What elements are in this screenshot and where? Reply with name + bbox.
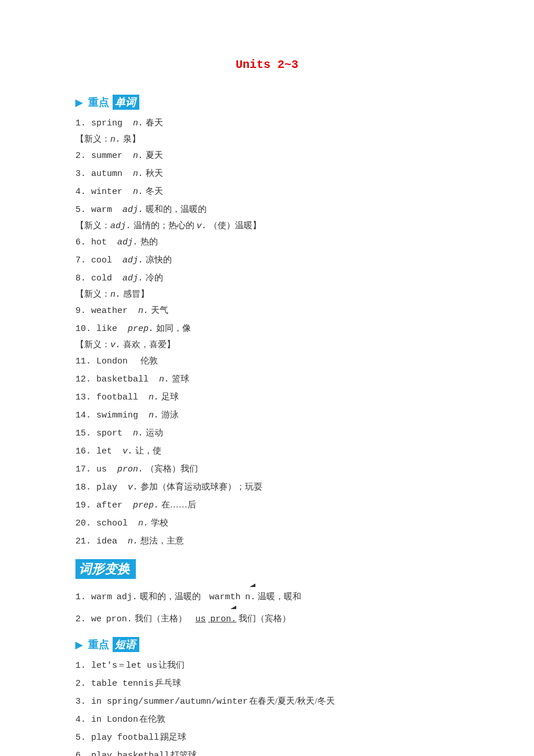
entry-word: football [96, 393, 138, 402]
phrase-entry: 6. play basketball打篮球 [75, 748, 459, 756]
entry-def: 凉快的 [143, 255, 172, 264]
entry-def: 热的 [138, 237, 158, 246]
vocab-entry: 14. swimmingn. 游泳 [75, 408, 459, 423]
entry-def: 冷的 [143, 273, 163, 282]
entry-def: 冬天 [143, 186, 163, 196]
phrase-zh: 在伦敦 [139, 714, 165, 723]
phrase-en: play basketball [91, 751, 169, 756]
phrase-entry: 5. play football踢足球 [75, 730, 459, 745]
entry-pos: n. [133, 187, 143, 197]
vocab-list: 1. springn. 春天【新义：n. 泉】2. summern. 夏天3. … [75, 116, 459, 549]
entry-number: 19. [75, 501, 96, 510]
wordforms-list: 1. warm adj. 暖和的，温暖的 warmth n. 温暖，暖和2. w… [75, 585, 459, 627]
entry-word: like [96, 324, 117, 334]
vocab-entry: 21. idean. 想法，主意 [75, 534, 459, 549]
vocab-entry: 4. wintern. 冬天 [75, 184, 459, 199]
arrow-icon: ▶ [75, 97, 82, 108]
phrase-entry: 4. in London在伦敦 [75, 712, 459, 727]
entry-def: 夏天 [143, 150, 163, 160]
vocab-entry: 16. letv. 让，使 [75, 444, 459, 459]
entry-number: 21. [75, 537, 96, 546]
phrase-en: table tennis [91, 679, 154, 689]
entry-number: 2. [75, 151, 91, 161]
entry-word: us [96, 465, 107, 474]
entry-pos: prep. [133, 501, 159, 510]
vocab-entry: 12. basketballn. 篮球 [75, 372, 459, 387]
heading-vocab-box: 单词 [113, 95, 139, 110]
entry-number: 10. [75, 324, 96, 334]
phrase-number: 6. [75, 751, 91, 756]
entry-word: play [96, 483, 117, 492]
entry-pos: n. [138, 306, 149, 316]
phrase-en: in spring/summer/autumn/winter [91, 697, 248, 707]
entry-pos: adj. [117, 237, 138, 247]
unit-title: Units 2~3 [75, 58, 459, 71]
phrase-zh: 打篮球 [171, 750, 197, 756]
entry-pos: n. [133, 118, 143, 128]
vocab-entry: 8. coldadj. 冷的 [75, 271, 459, 286]
vocab-note: 【新义：adj. 温情的；热心的 v. （使）温暖】 [75, 220, 459, 231]
entry-pos: adj. [122, 205, 143, 215]
entry-word: spring [91, 118, 122, 128]
entry-word: sport [96, 429, 122, 438]
entry-pos: n. [149, 393, 159, 402]
entry-word: summer [91, 151, 122, 161]
entry-word: London [96, 357, 128, 366]
entry-word: idea [96, 537, 117, 546]
vocab-entry: 3. autumnn. 秋天 [75, 166, 459, 181]
entry-word: autumn [91, 169, 122, 179]
entry-def: （宾格）我们 [143, 464, 198, 473]
entry-number: 5. [75, 205, 91, 215]
vocab-entry: 11. London 伦敦 [75, 354, 459, 369]
wordform-entry: 1. warm adj. 暖和的，温暖的 warmth n. 温暖，暖和 [75, 585, 459, 604]
entry-number: 4. [75, 187, 91, 197]
entry-word: let [96, 447, 112, 456]
entry-pos: n. [149, 411, 159, 420]
vocab-entry: 5. warmadj. 暖和的，温暖的 [75, 202, 459, 217]
vocab-entry: 19. afterprep. 在……后 [75, 498, 459, 513]
heading-vocab: ▶ 重点 单词 [75, 95, 459, 110]
entry-def: 暖和的，温暖的 [143, 204, 207, 214]
phrase-en: in London [91, 715, 138, 725]
entry-number: 9. [75, 306, 91, 316]
entry-def: 想法，主意 [138, 536, 184, 545]
vocab-entry: 6. hotadj. 热的 [75, 235, 459, 250]
heading-wordforms: 词形变换 [75, 559, 459, 579]
entry-def: 足球 [159, 392, 179, 401]
entry-def: 游泳 [159, 410, 179, 419]
entry-def: 学校 [149, 518, 168, 527]
entry-def: 如同，像 [154, 323, 191, 333]
phrase-entry: 1. let's＝let us让我们 [75, 658, 459, 673]
phrase-entry: 2. table tennis乒乓球 [75, 676, 459, 691]
entry-word: winter [91, 187, 122, 197]
entry-number: 6. [75, 237, 91, 247]
entry-number: 1. [75, 118, 91, 128]
entry-pos: v. [122, 447, 133, 456]
phrase-en: play football [91, 733, 159, 743]
entry-pos: pron. [117, 465, 143, 474]
phrase-zh: 踢足球 [160, 732, 186, 741]
phrase-zh: 乒乓球 [155, 678, 181, 687]
entry-word: warm [91, 205, 112, 215]
heading-phrases-box: 短语 [113, 637, 139, 652]
vocab-entry: 15. sportn. 运动 [75, 426, 459, 441]
phrase-list: 1. let's＝let us让我们2. table tennis乒乓球3. i… [75, 658, 459, 756]
entry-def: 参加（体育运动或球赛）；玩耍 [138, 482, 262, 491]
phrase-zh: 让我们 [158, 660, 185, 669]
entry-pos: n. [133, 151, 143, 161]
vocab-entry: 13. footballn. 足球 [75, 390, 459, 405]
vocab-note: 【新义：v. 喜欢，喜爱】 [75, 339, 459, 350]
vocab-note: 【新义：n. 感冒】 [75, 289, 459, 300]
entry-word: cold [91, 273, 112, 283]
entry-number: 3. [75, 169, 91, 179]
entry-number: 7. [75, 255, 91, 265]
arrow-icon: ▶ [75, 639, 82, 650]
entry-def: 春天 [143, 118, 163, 127]
entry-pos: n. [133, 429, 143, 438]
entry-pos: v. [128, 483, 138, 492]
entry-pos: adj. [122, 273, 143, 283]
entry-word: after [96, 501, 122, 510]
vocab-entry: 20. schooln. 学校 [75, 516, 459, 531]
document-page: Units 2~3 ▶ 重点 单词 1. springn. 春天【新义：n. 泉… [0, 0, 534, 756]
phrase-number: 3. [75, 697, 91, 707]
